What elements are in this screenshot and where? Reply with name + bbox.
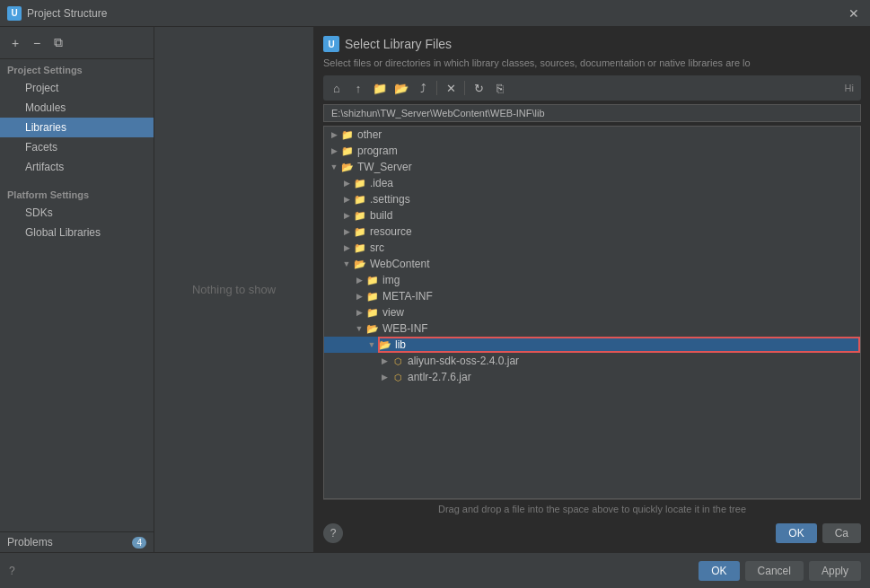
tree-item-meta-inf[interactable]: ▶ 📁 META-INF — [324, 288, 860, 304]
tree-item-web-inf[interactable]: ▼ 📂 WEB-INF — [324, 320, 860, 337]
new-folder-button[interactable]: 📁 — [370, 78, 390, 98]
sidebar-item-facets[interactable]: Facets — [0, 137, 154, 157]
dialog-icon: U — [323, 36, 339, 52]
bottom-cancel-button[interactable]: Cancel — [745, 561, 804, 581]
hi-label: Hi — [841, 83, 857, 93]
tree-item-build[interactable]: ▶ 📁 build — [324, 207, 860, 224]
jar-icon: ⬡ — [391, 355, 405, 366]
tree-item-label: other — [357, 128, 382, 141]
bottom-buttons: OK Cancel Apply — [699, 561, 861, 581]
problems-badge: 4 — [132, 537, 146, 549]
expand-arrow[interactable]: ▶ — [328, 146, 340, 155]
tree-item-twserver[interactable]: ▼ 📂 TW_Server — [324, 159, 860, 175]
bottom-ok-button[interactable]: OK — [699, 561, 739, 581]
expand-arrow[interactable]: ▼ — [353, 324, 365, 333]
folder-icon: 📁 — [353, 210, 367, 221]
folder-icon: 📂 — [340, 162, 355, 172]
jar-icon: ⬡ — [391, 372, 405, 382]
expand-arrow[interactable]: ▶ — [353, 292, 365, 301]
copy-path-button[interactable]: ⎘ — [490, 78, 510, 98]
sidebar-item-global-libraries[interactable]: Global Libraries — [0, 223, 154, 242]
expand-arrow[interactable]: ▶ — [378, 356, 391, 365]
expand-arrow[interactable]: ▼ — [340, 259, 353, 268]
tree-item-program[interactable]: ▶ 📁 program — [324, 143, 860, 159]
main-layout: + − ⧉ Project Settings Project Modules L… — [0, 27, 870, 552]
path-bar[interactable]: E:\shizhun\TW_Server\WebContent\WEB-INF\… — [323, 104, 861, 122]
folder-icon: 📁 — [365, 275, 380, 285]
tree-item-resource[interactable]: ▶ 📁 resource — [324, 224, 860, 240]
tree-item-idea[interactable]: ▶ 📁 .idea — [324, 175, 860, 191]
sidebar: + − ⧉ Project Settings Project Modules L… — [0, 27, 154, 552]
ok-button[interactable]: OK — [776, 523, 816, 543]
folder-icon: 📁 — [353, 242, 367, 253]
expand-arrow[interactable]: ▶ — [340, 179, 353, 188]
tree-item-label: resource — [370, 225, 412, 238]
tree-item-antlr[interactable]: ▶ ⬡ antlr-2.7.6.jar — [324, 369, 860, 385]
dialog-title-row: U Select Library Files — [323, 36, 861, 52]
file-tree[interactable]: ▶ 📁 other ▶ 📁 program ▼ 📂 TW_Server — [323, 126, 861, 499]
tree-item-view[interactable]: ▶ 📁 view — [324, 304, 860, 320]
sidebar-item-artifacts[interactable]: Artifacts — [0, 157, 154, 177]
bottom-apply-button[interactable]: Apply — [809, 561, 861, 581]
expand-arrow[interactable]: ▶ — [353, 276, 365, 285]
tree-item-label: .settings — [370, 193, 410, 206]
expand-arrow[interactable]: ▶ — [378, 373, 391, 382]
app-icon: U — [7, 6, 22, 21]
tree-item-other[interactable]: ▶ 📁 other — [324, 127, 860, 143]
expand-arrow[interactable]: ▼ — [328, 162, 340, 171]
dialog-footer: ? OK Ca — [323, 518, 861, 543]
window-title: Project Structure — [27, 7, 845, 20]
add-button[interactable]: + — [5, 33, 25, 53]
home-button[interactable]: ⌂ — [327, 78, 347, 98]
help-button[interactable]: ? — [323, 523, 343, 543]
toolbar-separator2 — [464, 81, 465, 95]
expand-arrow[interactable]: ▶ — [340, 195, 353, 204]
folder-icon: 📁 — [340, 145, 355, 156]
nothing-to-show: Nothing to show — [192, 283, 276, 296]
tree-item-label: antlr-2.7.6.jar — [408, 371, 471, 383]
tree-item-settings[interactable]: ▶ 📁 .settings — [324, 191, 860, 207]
expand-arrow[interactable]: ▶ — [353, 308, 365, 317]
sidebar-item-project[interactable]: Project — [0, 78, 154, 98]
expand-arrow[interactable]: ▶ — [340, 243, 353, 252]
move-button[interactable]: ⤴ — [413, 78, 433, 98]
remove-button[interactable]: − — [27, 33, 47, 53]
up-button[interactable]: ↑ — [348, 78, 368, 98]
folder-icon: 📁 — [353, 226, 367, 237]
sidebar-item-libraries[interactable]: Libraries — [0, 118, 154, 137]
sidebar-item-modules[interactable]: Modules — [0, 98, 154, 118]
problems-section[interactable]: Problems 4 — [0, 531, 154, 552]
title-bar: U Project Structure ✕ — [0, 0, 870, 27]
delete-button[interactable]: ✕ — [441, 78, 461, 98]
tree-item-label: WEB-INF — [382, 322, 428, 335]
tree-item-label: view — [382, 306, 404, 319]
tree-item-label: META-INF — [382, 290, 433, 303]
tree-item-img[interactable]: ▶ 📁 img — [324, 272, 860, 288]
project-settings-section: Project Settings — [0, 59, 154, 78]
dialog-toolbar: ⌂ ↑ 📁 📂 ⤴ ✕ ↻ ⎘ Hi — [323, 75, 861, 101]
folder-icon: 📁 — [353, 194, 367, 205]
expand-arrow[interactable]: ▼ — [365, 340, 378, 349]
cancel-button[interactable]: Ca — [822, 523, 861, 543]
sidebar-item-sdks[interactable]: SDKs — [0, 203, 154, 223]
expand-arrow[interactable]: ▶ — [328, 130, 340, 139]
expand-arrow[interactable]: ▶ — [340, 227, 353, 236]
expand-arrow[interactable]: ▶ — [340, 211, 353, 220]
tree-item-src[interactable]: ▶ 📁 src — [324, 240, 860, 256]
tree-item-label: lib — [395, 338, 406, 351]
copy-button[interactable]: ⧉ — [48, 33, 68, 53]
help-icon-bottom[interactable]: ? — [9, 565, 15, 577]
tree-item-label: build — [370, 209, 392, 222]
close-button[interactable]: ✕ — [845, 4, 863, 22]
dialog-panel: U Select Library Files Select files or d… — [314, 27, 870, 552]
tree-item-label: src — [370, 241, 384, 254]
tree-item-lib[interactable]: ▼ 📂 lib — [324, 337, 860, 353]
tree-item-label: WebContent — [370, 258, 430, 270]
sidebar-toolbar: + − ⧉ — [0, 27, 154, 59]
refresh-button[interactable]: ↻ — [469, 78, 488, 98]
new-folder2-button[interactable]: 📂 — [391, 78, 411, 98]
folder-icon: 📂 — [353, 259, 367, 269]
tree-item-aliyun[interactable]: ▶ ⬡ aliyun-sdk-oss-2.4.0.jar — [324, 353, 860, 369]
folder-icon: 📂 — [365, 323, 380, 334]
tree-item-webcontent[interactable]: ▼ 📂 WebContent — [324, 256, 860, 272]
